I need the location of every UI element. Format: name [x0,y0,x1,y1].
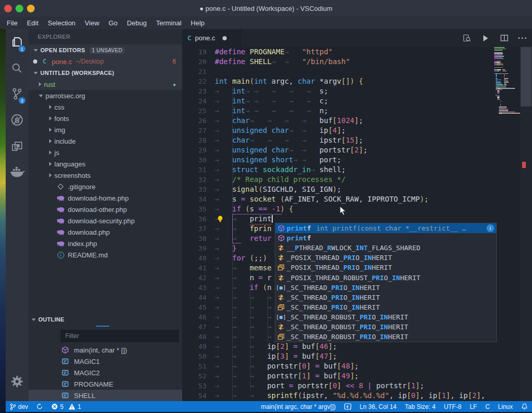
folder-screenshots[interactable]: screenshots [28,170,182,181]
menu-terminal[interactable]: Terminal [151,18,186,28]
chevron-right-icon [49,150,52,155]
outline-item-progname[interactable]: PROGNAME [28,378,182,390]
activitybar-source-control[interactable]: 3 [6,82,28,106]
split-editor-icon[interactable] [499,33,509,43]
encoding[interactable]: UTF-8 [440,401,466,412]
window-title: ● pone.c - Untitled (Workspace) - VSCodi… [0,5,532,12]
problems-indicator[interactable]: 5 1 [47,401,85,412]
chevron-down-icon [34,49,38,52]
editor-group: C pone.c ··· 1920212223242526 [182,29,532,401]
text-cursor [272,215,273,223]
os-indicator[interactable]: Linux [494,401,517,412]
suggestion-item[interactable]: printfint printf(const char *__restrict_… [275,223,496,233]
suggestion-item[interactable]: _SC_THREAD_PRIO_INHERIT [275,302,496,312]
suggestion-item[interactable]: _SC_THREAD_PRIO_INHERIT [275,293,496,302]
cursor-position[interactable]: Ln 36, Col 14 [356,401,401,412]
suggest-struct-icon [275,304,287,311]
open-changes-icon[interactable] [462,33,472,43]
file-download-other.php[interactable]: download-other.php [28,204,182,215]
current-symbol[interactable]: main(int argc, char * argv[]) [257,401,340,412]
folder-include[interactable]: include [28,135,182,147]
menu-help[interactable]: Help [186,18,210,28]
activitybar-docker[interactable] [6,159,28,184]
suggestion-item[interactable]: _SC_THREAD_ROBUST_PRIO_INHERIT [275,322,496,332]
file-README.md[interactable]: iREADME.md [28,249,182,261]
folder-js[interactable]: js [28,147,182,158]
outline-item-magic2[interactable]: MAGIC2 [28,367,182,378]
suggestion-item[interactable]: _SC_THREAD_ROBUST_PRIO_INHERIT [275,332,496,342]
outline-filter-input[interactable]: Filter [61,330,179,342]
menu-go[interactable]: Go [104,18,122,28]
outline-section-header[interactable]: OUTLINE [28,313,182,326]
vscodium-window: ● pone.c - Untitled (Workspace) - VSCodi… [0,0,532,413]
file-download-home.php[interactable]: download-home.php [28,192,182,204]
activitybar-debug[interactable] [6,108,28,132]
activitybar-extensions[interactable] [6,133,28,158]
menu-debug[interactable]: Debug [122,18,151,28]
activitybar-search[interactable] [6,56,28,81]
menu-file[interactable]: File [2,18,22,28]
scrollbar-thumb[interactable] [521,47,531,106]
activitybar-explorer[interactable]: 1 [6,30,28,55]
section-untitled-workspace-[interactable]: UNTITLED (WORKSPACE) [28,67,182,79]
file-download-security.php[interactable]: download-security.php [28,215,182,226]
unsaved-badge: 1 UNSAVED [90,47,125,54]
folder-fonts[interactable]: fonts [28,113,182,124]
mouse-cursor [339,206,347,216]
folder-img[interactable]: img [28,124,182,135]
suggestion-item[interactable]: [●]_SC_THREAD_ROBUST_PRIO_INHERIT [275,312,496,322]
file-index.php[interactable]: index.php [28,238,182,249]
folder-rust[interactable]: rust● [28,79,182,90]
suggest-ref-icon [275,294,287,301]
folder-languages[interactable]: languages [28,158,182,170]
warning-icon [68,403,76,410]
file-download.php[interactable]: download.php [28,226,182,238]
notifications-bell[interactable] [517,401,532,412]
suggestion-item[interactable]: printf [275,233,496,243]
php-file-icon [56,207,65,212]
suggest-struct-icon [275,333,287,340]
file-.gitignore[interactable]: .gitignore [28,181,182,192]
minimap[interactable] [493,47,520,401]
chevron-right-icon [49,162,52,166]
menu-selection[interactable]: Selection [43,18,80,28]
tab-pone-c[interactable]: C pone.c [182,29,241,47]
info-file-icon: i [56,252,65,258]
tab-size[interactable]: Tab Size: 4 [401,401,439,412]
status-bar: dev 5 1 main(int argc, char * argv[]) Ln… [6,401,532,412]
run-button[interactable] [480,33,491,43]
more-actions-icon[interactable]: ··· [518,33,528,43]
suggestion-item[interactable]: _POSIX_THREAD_PRIO_INHERIT [275,253,496,263]
suggestion-item[interactable]: __PTHREAD_RWLOCK_INT_FLAGS_SHARED [275,243,496,253]
section-open-editors[interactable]: OPEN EDITORS1 UNSAVED [28,44,182,56]
symbol-field-icon [62,358,71,365]
info-icon[interactable]: i [486,224,494,232]
suggest-ref-icon [275,324,287,330]
settings-gear-icon[interactable] [6,369,28,394]
php-file-icon [56,218,65,224]
menu-bar: FileEditSelectionViewGoDebugTerminalHelp [0,17,532,29]
symbol-field-icon [62,369,71,376]
suggestion-item[interactable]: _POSIX_THREAD_PRIO_INHERIT [275,263,496,272]
sync-button[interactable] [32,401,47,412]
badge: 3 [18,97,26,104]
folder-css[interactable]: css [28,101,182,113]
open-editor-pone.c[interactable]: Cpone.c~/Desktop6 [28,56,182,67]
php-file-icon [56,230,65,235]
outline-item-shell[interactable]: SHELL [28,390,182,401]
outline-loading-bar [28,326,182,327]
suggestion-item[interactable]: _POSIX_THREAD_ROBUST_PRIO_INHERIT [275,272,496,282]
language-mode[interactable]: C [481,401,494,412]
git-branch-indicator[interactable]: dev [6,401,32,412]
suggestion-item[interactable]: [●]_SC_THREAD_PRIO_INHERIT [275,283,496,293]
folder-parrotsec.org[interactable]: parrotsec.org [28,90,182,101]
outline-item-magic1[interactable]: MAGIC1 [28,356,182,367]
eol-indicator[interactable]: LF [466,401,481,412]
feedback-icon[interactable] [340,401,356,412]
menu-view[interactable]: View [80,18,104,28]
problems-count-badge: 6 [172,58,176,65]
menu-edit[interactable]: Edit [22,18,43,28]
lightbulb-icon[interactable] [216,215,224,223]
sidebar-title: EXPLORER [28,29,182,44]
outline-item-main-int-char-[interactable]: main(int, char * []) [28,344,182,356]
